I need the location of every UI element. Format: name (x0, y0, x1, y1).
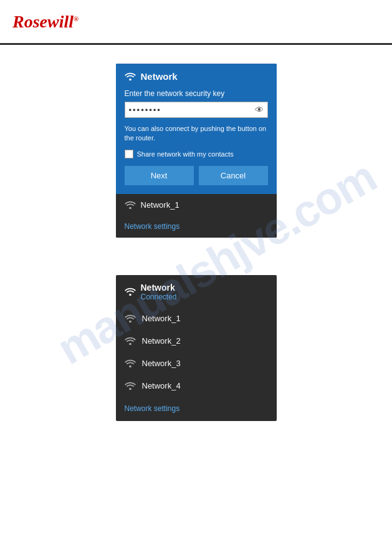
security-key-label: Enter the network security key (125, 89, 268, 98)
dialog1-footer: Network_1 (116, 194, 277, 216)
logo: Rosewill® (12, 12, 79, 32)
network-item-name: Network_1 (142, 314, 181, 323)
dialog1-title: Network (141, 71, 178, 82)
network-list-dialog: Network Connected Network_1 (116, 275, 277, 421)
dialog2-header: Network Connected (116, 275, 277, 308)
share-label: Share network with my contacts (137, 150, 234, 158)
connected-info: Network Connected (141, 283, 177, 301)
list-item[interactable]: Network_4 (116, 375, 277, 397)
network-1-label: Network_1 (141, 200, 179, 210)
dialog1-body: Enter the network security key •••••••• … (116, 87, 277, 194)
dialog1-header: Network (116, 64, 277, 87)
share-checkbox[interactable] (125, 150, 133, 158)
logo-text: Rosewill (12, 12, 74, 31)
main-content: Network Enter the network security key •… (0, 45, 392, 440)
dialog1-buttons: Next Cancel (125, 166, 268, 185)
password-field[interactable]: •••••••• 👁 (125, 102, 268, 118)
logo-trademark: ® (74, 14, 79, 22)
network-settings-link-1[interactable]: Network settings (125, 222, 180, 231)
network-item-name: Network_3 (142, 359, 181, 368)
network-settings-link-2[interactable]: Network settings (125, 404, 180, 413)
connected-status: Connected (141, 293, 177, 301)
list-item[interactable]: Network_3 (116, 352, 277, 375)
network-security-dialog: Network Enter the network security key •… (116, 64, 277, 238)
connect-hint: You can also connect by pushing the butt… (125, 124, 268, 143)
header: Rosewill® (0, 0, 392, 45)
wifi-icon-n2 (125, 336, 136, 346)
wifi-icon (125, 72, 136, 82)
cancel-button[interactable]: Cancel (199, 166, 268, 185)
wifi-icon-n3 (125, 359, 136, 369)
wifi-icon-n1 (125, 314, 136, 324)
eye-icon[interactable]: 👁 (255, 105, 264, 115)
network-settings-footer: Network settings (116, 216, 277, 238)
share-row: Share network with my contacts (125, 150, 268, 158)
wifi-icon-footer (125, 200, 136, 210)
network-list: Network_1 Network_2 (116, 308, 277, 397)
list-item[interactable]: Network_1 (116, 308, 277, 330)
next-button[interactable]: Next (125, 166, 194, 185)
list-item[interactable]: Network_2 (116, 330, 277, 352)
logo-container: Rosewill® (12, 12, 79, 32)
connected-network-name: Network (141, 283, 177, 293)
network-item-name: Network_2 (142, 336, 181, 346)
dialog2-settings-row: Network settings (116, 397, 277, 421)
password-dots: •••••••• (129, 105, 252, 115)
wifi-icon-connected (125, 287, 136, 297)
network-item-name: Network_4 (142, 381, 181, 390)
wifi-icon-n4 (125, 381, 136, 391)
